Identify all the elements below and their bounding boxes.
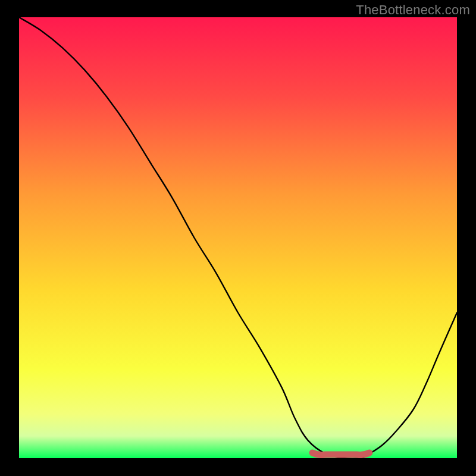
optimal-region-marker xyxy=(312,453,369,455)
watermark-label: TheBottleneck.com xyxy=(356,2,470,18)
gradient-plot-bg xyxy=(19,17,457,458)
bottleneck-chart xyxy=(0,0,476,476)
chart-frame: TheBottleneck.com xyxy=(0,0,476,476)
